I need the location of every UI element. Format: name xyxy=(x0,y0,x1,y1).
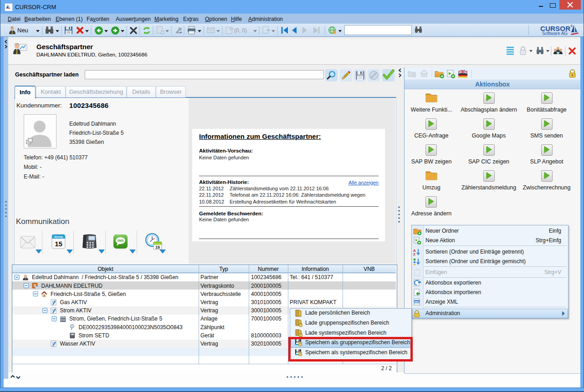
svg-text:Gas AKTIV: Gas AKTIV xyxy=(60,299,87,305)
svg-text:Strom AKTIV: Strom AKTIV xyxy=(60,307,92,314)
svg-text:DE000229353984000100023N5035O0: DE000229353984000100023N5035O0843 xyxy=(79,324,183,331)
svg-text:Partner: Partner xyxy=(200,274,218,280)
svg-text:3010100005: 3010100005 xyxy=(251,299,282,305)
svg-text:3000100005: 3000100005 xyxy=(251,307,282,314)
svg-text:Friedrich-List-Straße 5, Gieße: Friedrich-List-Straße 5, Gießen xyxy=(51,291,126,297)
svg-text:1002345686: 1002345686 xyxy=(251,274,282,280)
svg-text:8100000003: 8100000003 xyxy=(251,332,282,339)
svg-text:2000100005: 2000100005 xyxy=(251,283,282,289)
svg-text:Strom SETD: Strom SETD xyxy=(79,332,110,339)
svg-text:Vertragskonto: Vertragskonto xyxy=(200,283,234,289)
svg-text:Edeltrud Dahlmann / Friedrich: Edeltrud Dahlmann / Friedrich-List-Straß… xyxy=(32,274,178,280)
svg-text:Strom, Gießen, Friedrich-List-: Strom, Gießen, Friedrich-List-Straße 5 xyxy=(69,316,162,322)
svg-text:PRIVAT KOMPAKT: PRIVAT KOMPAKT xyxy=(290,299,337,305)
svg-text:Vertrag: Vertrag xyxy=(200,299,218,305)
svg-text:XML: XML xyxy=(414,300,420,303)
svg-text:Zählpunkt: Zählpunkt xyxy=(200,324,225,331)
svg-text:4000100005: 4000100005 xyxy=(251,291,282,297)
svg-text:3020100005: 3020100005 xyxy=(251,341,282,347)
svg-text:Gerät: Gerät xyxy=(200,332,215,339)
svg-text:Vertrag: Vertrag xyxy=(200,307,218,314)
svg-text:Anlage: Anlage xyxy=(200,316,218,322)
svg-text:Z: Z xyxy=(413,252,415,256)
svg-text:Verbrauchsstelle: Verbrauchsstelle xyxy=(200,291,241,297)
svg-text:DAHLMANN EDELTRUD: DAHLMANN EDELTRUD xyxy=(41,283,103,289)
svg-text:7000100005: 7000100005 xyxy=(251,316,282,322)
svg-text:Vertrag: Vertrag xyxy=(200,341,218,347)
svg-text:Tel.: 641 / 510377: Tel.: 641 / 510377 xyxy=(290,274,333,280)
svg-text:Wasser AKTIV: Wasser AKTIV xyxy=(60,341,96,347)
